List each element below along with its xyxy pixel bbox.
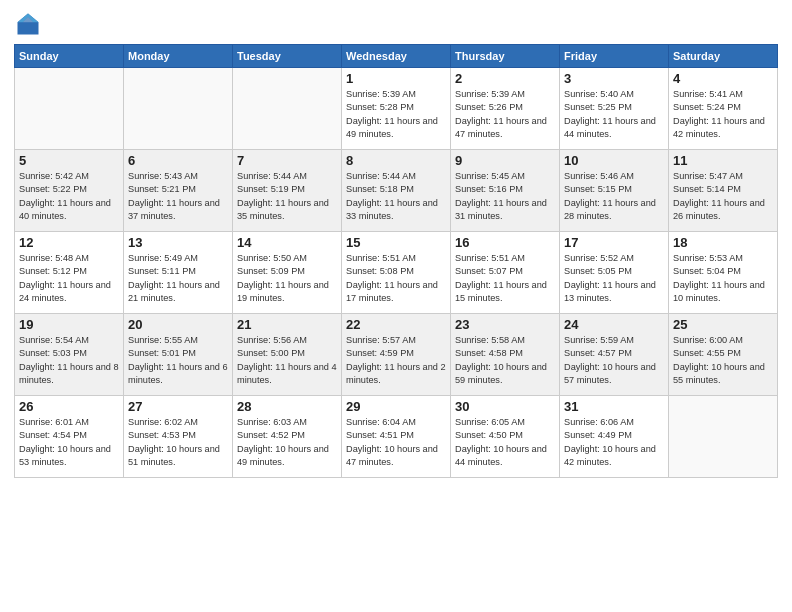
week-row-1: 1Sunrise: 5:39 AM Sunset: 5:28 PM Daylig… xyxy=(15,68,778,150)
day-number: 28 xyxy=(237,399,337,414)
day-header-sunday: Sunday xyxy=(15,45,124,68)
week-row-2: 5Sunrise: 5:42 AM Sunset: 5:22 PM Daylig… xyxy=(15,150,778,232)
day-info: Sunrise: 5:56 AM Sunset: 5:00 PM Dayligh… xyxy=(237,334,337,387)
day-number: 14 xyxy=(237,235,337,250)
calendar-cell: 4Sunrise: 5:41 AM Sunset: 5:24 PM Daylig… xyxy=(669,68,778,150)
day-info: Sunrise: 5:52 AM Sunset: 5:05 PM Dayligh… xyxy=(564,252,664,305)
calendar-cell xyxy=(233,68,342,150)
calendar-cell xyxy=(669,396,778,478)
day-info: Sunrise: 6:01 AM Sunset: 4:54 PM Dayligh… xyxy=(19,416,119,469)
day-info: Sunrise: 5:48 AM Sunset: 5:12 PM Dayligh… xyxy=(19,252,119,305)
day-number: 7 xyxy=(237,153,337,168)
day-info: Sunrise: 6:04 AM Sunset: 4:51 PM Dayligh… xyxy=(346,416,446,469)
day-number: 1 xyxy=(346,71,446,86)
day-info: Sunrise: 5:46 AM Sunset: 5:15 PM Dayligh… xyxy=(564,170,664,223)
calendar-cell: 20Sunrise: 5:55 AM Sunset: 5:01 PM Dayli… xyxy=(124,314,233,396)
calendar-cell: 30Sunrise: 6:05 AM Sunset: 4:50 PM Dayli… xyxy=(451,396,560,478)
day-number: 17 xyxy=(564,235,664,250)
day-number: 6 xyxy=(128,153,228,168)
week-row-3: 12Sunrise: 5:48 AM Sunset: 5:12 PM Dayli… xyxy=(15,232,778,314)
day-number: 11 xyxy=(673,153,773,168)
day-header-thursday: Thursday xyxy=(451,45,560,68)
day-info: Sunrise: 5:57 AM Sunset: 4:59 PM Dayligh… xyxy=(346,334,446,387)
week-row-5: 26Sunrise: 6:01 AM Sunset: 4:54 PM Dayli… xyxy=(15,396,778,478)
day-number: 9 xyxy=(455,153,555,168)
week-row-4: 19Sunrise: 5:54 AM Sunset: 5:03 PM Dayli… xyxy=(15,314,778,396)
day-number: 4 xyxy=(673,71,773,86)
calendar-cell: 22Sunrise: 5:57 AM Sunset: 4:59 PM Dayli… xyxy=(342,314,451,396)
day-info: Sunrise: 5:50 AM Sunset: 5:09 PM Dayligh… xyxy=(237,252,337,305)
day-number: 20 xyxy=(128,317,228,332)
day-number: 27 xyxy=(128,399,228,414)
calendar-cell: 31Sunrise: 6:06 AM Sunset: 4:49 PM Dayli… xyxy=(560,396,669,478)
day-number: 22 xyxy=(346,317,446,332)
day-header-friday: Friday xyxy=(560,45,669,68)
calendar-cell: 23Sunrise: 5:58 AM Sunset: 4:58 PM Dayli… xyxy=(451,314,560,396)
logo xyxy=(14,10,46,38)
calendar-cell: 6Sunrise: 5:43 AM Sunset: 5:21 PM Daylig… xyxy=(124,150,233,232)
day-number: 23 xyxy=(455,317,555,332)
calendar-cell: 8Sunrise: 5:44 AM Sunset: 5:18 PM Daylig… xyxy=(342,150,451,232)
day-info: Sunrise: 5:42 AM Sunset: 5:22 PM Dayligh… xyxy=(19,170,119,223)
day-info: Sunrise: 5:47 AM Sunset: 5:14 PM Dayligh… xyxy=(673,170,773,223)
calendar-cell: 28Sunrise: 6:03 AM Sunset: 4:52 PM Dayli… xyxy=(233,396,342,478)
day-number: 16 xyxy=(455,235,555,250)
calendar-cell: 9Sunrise: 5:45 AM Sunset: 5:16 PM Daylig… xyxy=(451,150,560,232)
day-number: 21 xyxy=(237,317,337,332)
day-header-saturday: Saturday xyxy=(669,45,778,68)
day-info: Sunrise: 5:58 AM Sunset: 4:58 PM Dayligh… xyxy=(455,334,555,387)
day-number: 29 xyxy=(346,399,446,414)
calendar-cell: 18Sunrise: 5:53 AM Sunset: 5:04 PM Dayli… xyxy=(669,232,778,314)
day-info: Sunrise: 5:44 AM Sunset: 5:19 PM Dayligh… xyxy=(237,170,337,223)
calendar-cell xyxy=(124,68,233,150)
calendar-cell: 21Sunrise: 5:56 AM Sunset: 5:00 PM Dayli… xyxy=(233,314,342,396)
day-header-tuesday: Tuesday xyxy=(233,45,342,68)
day-info: Sunrise: 6:03 AM Sunset: 4:52 PM Dayligh… xyxy=(237,416,337,469)
day-info: Sunrise: 6:06 AM Sunset: 4:49 PM Dayligh… xyxy=(564,416,664,469)
day-number: 19 xyxy=(19,317,119,332)
day-number: 3 xyxy=(564,71,664,86)
day-number: 31 xyxy=(564,399,664,414)
calendar-cell: 26Sunrise: 6:01 AM Sunset: 4:54 PM Dayli… xyxy=(15,396,124,478)
day-info: Sunrise: 5:45 AM Sunset: 5:16 PM Dayligh… xyxy=(455,170,555,223)
days-header-row: SundayMondayTuesdayWednesdayThursdayFrid… xyxy=(15,45,778,68)
calendar-cell: 16Sunrise: 5:51 AM Sunset: 5:07 PM Dayli… xyxy=(451,232,560,314)
calendar-cell: 1Sunrise: 5:39 AM Sunset: 5:28 PM Daylig… xyxy=(342,68,451,150)
calendar-cell: 29Sunrise: 6:04 AM Sunset: 4:51 PM Dayli… xyxy=(342,396,451,478)
day-header-monday: Monday xyxy=(124,45,233,68)
header xyxy=(14,10,778,38)
day-info: Sunrise: 5:53 AM Sunset: 5:04 PM Dayligh… xyxy=(673,252,773,305)
calendar-cell: 25Sunrise: 6:00 AM Sunset: 4:55 PM Dayli… xyxy=(669,314,778,396)
day-info: Sunrise: 6:02 AM Sunset: 4:53 PM Dayligh… xyxy=(128,416,228,469)
calendar-cell: 7Sunrise: 5:44 AM Sunset: 5:19 PM Daylig… xyxy=(233,150,342,232)
day-number: 10 xyxy=(564,153,664,168)
day-number: 30 xyxy=(455,399,555,414)
day-info: Sunrise: 5:55 AM Sunset: 5:01 PM Dayligh… xyxy=(128,334,228,387)
calendar-cell: 15Sunrise: 5:51 AM Sunset: 5:08 PM Dayli… xyxy=(342,232,451,314)
day-info: Sunrise: 5:41 AM Sunset: 5:24 PM Dayligh… xyxy=(673,88,773,141)
logo-icon xyxy=(14,10,42,38)
day-info: Sunrise: 6:00 AM Sunset: 4:55 PM Dayligh… xyxy=(673,334,773,387)
day-number: 18 xyxy=(673,235,773,250)
day-number: 5 xyxy=(19,153,119,168)
day-info: Sunrise: 6:05 AM Sunset: 4:50 PM Dayligh… xyxy=(455,416,555,469)
day-number: 24 xyxy=(564,317,664,332)
day-info: Sunrise: 5:43 AM Sunset: 5:21 PM Dayligh… xyxy=(128,170,228,223)
day-number: 13 xyxy=(128,235,228,250)
calendar-cell: 13Sunrise: 5:49 AM Sunset: 5:11 PM Dayli… xyxy=(124,232,233,314)
day-number: 12 xyxy=(19,235,119,250)
main-container: SundayMondayTuesdayWednesdayThursdayFrid… xyxy=(0,0,792,486)
day-info: Sunrise: 5:40 AM Sunset: 5:25 PM Dayligh… xyxy=(564,88,664,141)
day-info: Sunrise: 5:39 AM Sunset: 5:28 PM Dayligh… xyxy=(346,88,446,141)
calendar-cell: 24Sunrise: 5:59 AM Sunset: 4:57 PM Dayli… xyxy=(560,314,669,396)
calendar-cell: 17Sunrise: 5:52 AM Sunset: 5:05 PM Dayli… xyxy=(560,232,669,314)
day-info: Sunrise: 5:44 AM Sunset: 5:18 PM Dayligh… xyxy=(346,170,446,223)
calendar-table: SundayMondayTuesdayWednesdayThursdayFrid… xyxy=(14,44,778,478)
day-info: Sunrise: 5:49 AM Sunset: 5:11 PM Dayligh… xyxy=(128,252,228,305)
day-number: 8 xyxy=(346,153,446,168)
day-number: 26 xyxy=(19,399,119,414)
calendar-cell xyxy=(15,68,124,150)
day-info: Sunrise: 5:51 AM Sunset: 5:08 PM Dayligh… xyxy=(346,252,446,305)
day-number: 15 xyxy=(346,235,446,250)
day-info: Sunrise: 5:51 AM Sunset: 5:07 PM Dayligh… xyxy=(455,252,555,305)
